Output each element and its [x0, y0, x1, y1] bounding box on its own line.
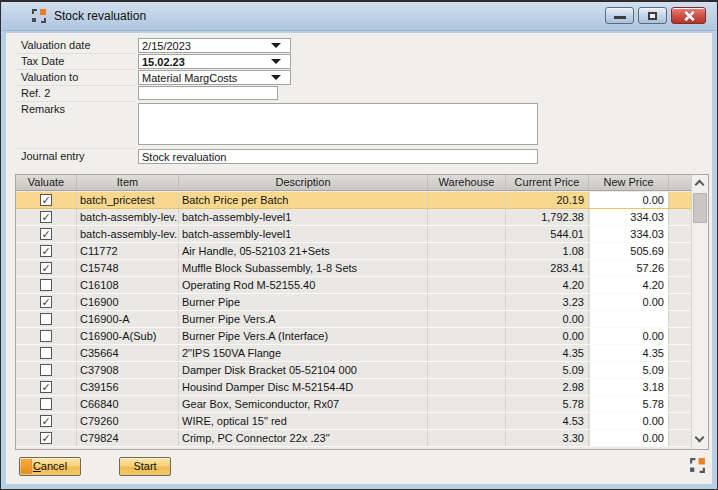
new-price-cell[interactable]: 0.00: [589, 430, 669, 446]
valuate-cell[interactable]: ✓: [16, 430, 77, 446]
description-cell[interactable]: Burner Pipe: [179, 294, 428, 310]
new-price-cell[interactable]: 4.35: [589, 345, 669, 361]
valuate-checkbox[interactable]: ✓: [40, 262, 52, 274]
item-cell[interactable]: C11772: [77, 243, 179, 259]
ref2-field[interactable]: [138, 86, 278, 100]
table-row[interactable]: ✓ batch-assembly-lev... batch-assembly-l…: [16, 209, 691, 226]
start-button[interactable]: Start: [119, 457, 171, 476]
table-row[interactable]: C66840 Gear Box, Semiconductor, Rx07 5.7…: [16, 396, 691, 413]
new-price-cell[interactable]: 334.03: [589, 209, 669, 225]
valuate-cell[interactable]: ✓: [16, 226, 77, 242]
item-cell[interactable]: batch-assembly-lev...: [77, 226, 179, 242]
remarks-textarea[interactable]: [139, 104, 537, 144]
table-row[interactable]: ✓ batch-assembly-lev... batch-assembly-l…: [16, 226, 691, 243]
item-cell[interactable]: C16900-A(Sub): [77, 328, 179, 344]
new-price-cell[interactable]: 0.00: [589, 192, 669, 208]
new-price-cell[interactable]: 57.26: [589, 260, 669, 276]
description-cell[interactable]: Burner Pipe Vers.A (Interface): [179, 328, 428, 344]
warehouse-cell[interactable]: [428, 311, 506, 327]
ref2-input[interactable]: [139, 87, 277, 99]
new-price-cell[interactable]: 0.00: [589, 294, 669, 310]
valuate-cell[interactable]: ✓: [16, 260, 77, 276]
expand-form-icon[interactable]: [689, 457, 706, 474]
valuation-to-dropdown-icon[interactable]: [271, 75, 281, 80]
journal-entry-input[interactable]: [139, 150, 537, 163]
valuate-checkbox[interactable]: ✓: [40, 381, 52, 393]
table-row[interactable]: ✓ C16900 Burner Pipe 3.23 0.00: [16, 294, 691, 311]
warehouse-cell[interactable]: [428, 209, 506, 225]
warehouse-cell[interactable]: [428, 396, 506, 412]
tax-date-field[interactable]: [138, 54, 291, 69]
column-header-warehouse[interactable]: Warehouse: [428, 175, 506, 190]
description-cell[interactable]: batch-assembly-level1: [179, 226, 428, 242]
description-cell[interactable]: Crimp, PC Connector 22x .23": [179, 430, 428, 446]
valuate-checkbox[interactable]: ✓: [40, 296, 52, 308]
close-button[interactable]: [671, 7, 706, 24]
warehouse-cell[interactable]: [428, 362, 506, 378]
minimize-button[interactable]: [605, 7, 634, 24]
scroll-down-button[interactable]: [692, 432, 708, 449]
description-cell[interactable]: Operating Rod M-52155.40: [179, 277, 428, 293]
valuate-checkbox[interactable]: [40, 364, 52, 376]
new-price-cell[interactable]: 5.09: [589, 362, 669, 378]
column-header-description[interactable]: Description: [179, 175, 428, 190]
description-cell[interactable]: WIRE, optical 15" red: [179, 413, 428, 429]
valuate-cell[interactable]: [16, 311, 77, 327]
item-cell[interactable]: C15748: [77, 260, 179, 276]
description-cell[interactable]: Muffle Block Subassembly, 1-8 Sets: [179, 260, 428, 276]
table-row[interactable]: C35664 2"IPS 150VA Flange 4.35 4.35: [16, 345, 691, 362]
item-cell[interactable]: C79260: [77, 413, 179, 429]
column-header-item[interactable]: Item: [77, 175, 179, 190]
description-cell[interactable]: Housind Damper Disc M-52154-4D: [179, 379, 428, 395]
description-cell[interactable]: Batch Price per Batch: [179, 192, 428, 208]
valuation-date-input[interactable]: [139, 39, 290, 52]
column-header-valuate[interactable]: Valuate: [16, 175, 77, 190]
valuate-checkbox[interactable]: ✓: [40, 245, 52, 257]
table-row[interactable]: C16108 Operating Rod M-52155.40 4.20 4.2…: [16, 277, 691, 294]
new-price-cell[interactable]: 3.18: [589, 379, 669, 395]
item-cell[interactable]: C37908: [77, 362, 179, 378]
warehouse-cell[interactable]: [428, 413, 506, 429]
table-row[interactable]: C37908 Damper Disk Bracket 05-52104 000 …: [16, 362, 691, 379]
item-cell[interactable]: C35664: [77, 345, 179, 361]
valuate-checkbox[interactable]: ✓: [40, 432, 52, 444]
warehouse-cell[interactable]: [428, 192, 506, 208]
warehouse-cell[interactable]: [428, 243, 506, 259]
valuation-to-field[interactable]: [138, 70, 291, 85]
scroll-up-button[interactable]: [692, 175, 708, 192]
valuate-cell[interactable]: ✓: [16, 209, 77, 225]
table-row[interactable]: ✓ C11772 Air Handle, 05-52103 21+Sets 1.…: [16, 243, 691, 260]
warehouse-cell[interactable]: [428, 345, 506, 361]
warehouse-cell[interactable]: [428, 430, 506, 446]
valuate-cell[interactable]: [16, 328, 77, 344]
window-titlebar[interactable]: Stock revaluation: [2, 2, 716, 31]
description-cell[interactable]: Damper Disk Bracket 05-52104 000: [179, 362, 428, 378]
description-cell[interactable]: batch-assembly-level1: [179, 209, 428, 225]
tax-date-input[interactable]: [139, 55, 290, 68]
valuation-to-input[interactable]: [139, 71, 290, 84]
item-cell[interactable]: C16900: [77, 294, 179, 310]
new-price-cell[interactable]: 4.20: [589, 277, 669, 293]
warehouse-cell[interactable]: [428, 294, 506, 310]
valuate-checkbox[interactable]: ✓: [40, 194, 52, 206]
valuate-checkbox[interactable]: ✓: [40, 228, 52, 240]
valuate-cell[interactable]: ✓: [16, 379, 77, 395]
valuate-cell[interactable]: ✓: [16, 243, 77, 259]
item-cell[interactable]: C16900-A: [77, 311, 179, 327]
column-header-current-price[interactable]: Current Price: [506, 175, 589, 190]
valuate-checkbox[interactable]: [40, 398, 52, 410]
valuate-checkbox[interactable]: [40, 347, 52, 359]
journal-entry-field[interactable]: [138, 149, 538, 164]
table-row[interactable]: C16900-A Burner Pipe Vers.A 0.00: [16, 311, 691, 328]
table-row[interactable]: ✓ C15748 Muffle Block Subassembly, 1-8 S…: [16, 260, 691, 277]
table-row[interactable]: ✓ batch_pricetest Batch Price per Batch …: [16, 192, 691, 209]
cancel-button[interactable]: Cancel: [19, 457, 81, 476]
valuation-date-field[interactable]: [138, 38, 291, 53]
table-row[interactable]: ✓ C79260 WIRE, optical 15" red 4.53 0.00: [16, 413, 691, 430]
valuate-checkbox[interactable]: [40, 279, 52, 291]
warehouse-cell[interactable]: [428, 277, 506, 293]
scrollbar-thumb[interactable]: [693, 193, 707, 223]
valuate-cell[interactable]: ✓: [16, 294, 77, 310]
new-price-cell[interactable]: 0.00: [589, 328, 669, 344]
table-row[interactable]: C16900-A(Sub) Burner Pipe Vers.A (Interf…: [16, 328, 691, 345]
